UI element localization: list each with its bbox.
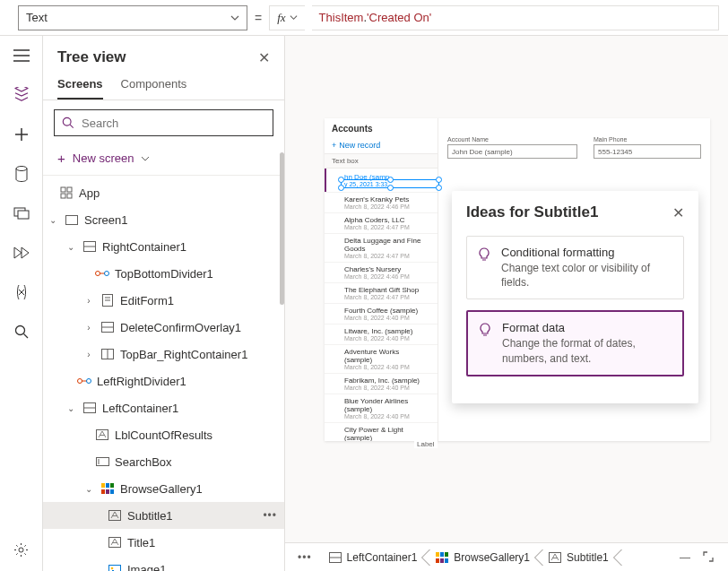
more-icon[interactable]: ••• [263,509,277,522]
list-item[interactable]: Karen's Kranky PetsMarch 8, 2022 4:46 PM [325,193,438,213]
search-icon[interactable] [13,323,30,341]
tree-item-leftcontainer[interactable]: ⌄ LeftContainer1 [43,394,284,421]
tree-item-label: LeftRightDivider1 [97,375,277,388]
tree-item-browsegallery[interactable]: ⌄ BrowseGallery1 [43,475,284,502]
search-input[interactable] [54,109,273,136]
svg-point-3 [15,326,24,335]
accountname-input[interactable]: John Doe (sample) [447,144,577,159]
list-item[interactable]: Delta Luggage and Fine GoodsMarch 8, 202… [325,234,438,263]
chevron-down-icon[interactable]: ⌄ [82,484,95,494]
list-item[interactable]: hn Doe (sampy 25, 2021 3:33 [325,169,438,193]
tree-view-icon[interactable] [13,86,30,104]
minimize-icon[interactable]: — [680,551,690,564]
field-label: Main Phone [594,136,701,143]
tree-item-deleteconfirm[interactable]: › DeleteConfirmOverlay1 [43,314,284,341]
container-icon [328,550,342,565]
close-icon[interactable]: ✕ [672,204,684,221]
breadcrumb-bar: ••• LeftContainer1 BrowseGallery1 Subtit… [285,542,728,571]
tree-tabs: Screens Components [43,72,284,100]
search-field[interactable] [82,117,265,130]
svg-rect-33 [106,489,109,494]
tree-item-topbar[interactable]: › TopBar_RightContainer1 [43,341,284,368]
tree-item-label: TopBottomDivider1 [115,267,277,281]
tree-item-searchbox[interactable]: SearchBox [43,448,284,475]
container-icon [82,401,97,415]
new-screen-button[interactable]: + New screen [43,145,284,176]
tab-screens[interactable]: Screens [57,72,103,99]
mainphone-input[interactable]: 555-12345 [594,144,701,159]
fx-dropdown[interactable]: fx [269,5,304,30]
svg-point-13 [96,272,100,276]
svg-rect-10 [66,215,78,224]
tree-item-label: App [79,186,277,200]
tree-item-image1[interactable]: Image1 [43,556,284,571]
new-record-button[interactable]: +New record [325,139,438,153]
idea-card-conditional[interactable]: Conditional formatting Change text color… [466,236,684,299]
insert-icon[interactable] [13,125,30,143]
list-item[interactable]: Alpha Coders, LLCMarch 8, 2022 4:47 PM [325,213,438,234]
tree-item-screen1[interactable]: ⌄ Screen1 [43,206,284,233]
breadcrumb-more[interactable]: ••• [290,551,319,564]
breadcrumb-label: Subtitle1 [567,551,609,564]
svg-point-23 [87,379,91,384]
svg-rect-30 [106,483,109,488]
data-icon[interactable] [13,165,30,183]
tree-item-label: Subtitle1 [127,509,257,523]
label-icon [95,428,109,442]
list-item[interactable]: Adventure Works (sample)March 8, 2022 4:… [325,345,438,374]
breadcrumb-item[interactable]: BrowseGallery1 [428,548,539,567]
idea-card-formatdata[interactable]: Format data Change the format of dates, … [466,310,684,376]
svg-rect-44 [436,558,439,563]
list-item[interactable]: Fabrikam, Inc. (sample)March 8, 2022 4:4… [325,374,438,394]
chevron-down-icon[interactable]: ⌄ [65,403,77,413]
tree-item-label: TopBar_RightContainer1 [120,348,277,361]
power-automate-icon[interactable] [13,244,30,262]
formula-input[interactable]: ThisItem.'Created On' [312,5,719,30]
chevron-down-icon [290,13,298,22]
idea-title: Conditional formatting [501,246,672,259]
chevron-right-icon[interactable]: › [82,350,95,359]
hamburger-icon[interactable] [13,47,30,65]
breadcrumb-item[interactable]: LeftContainer1 [321,548,427,567]
variables-icon[interactable] [13,283,30,301]
tree-item-lblcount[interactable]: LblCountOfResults [43,421,284,448]
chevron-right-icon[interactable]: › [82,323,95,333]
tree-item-subtitle1[interactable]: Subtitle1 ••• [43,502,284,529]
gallery-icon [100,481,115,496]
expand-icon[interactable] [703,551,714,564]
settings-icon[interactable] [13,541,30,558]
property-dropdown[interactable]: Text [18,5,247,30]
media-icon[interactable] [13,204,30,222]
lightbulb-icon [478,247,492,262]
list-item[interactable]: The Elephant Gift ShopMarch 8, 2022 4:47… [325,283,438,304]
canvas[interactable]: Accounts +New record Text box hn Doe (sa… [285,36,728,571]
tree-item-title1[interactable]: Title1 [43,529,284,556]
tree-item-app[interactable]: App [43,179,284,206]
tab-components[interactable]: Components [121,72,187,99]
tree-item-label: RightContainer1 [102,240,277,254]
chevron-down-icon[interactable]: ⌄ [47,215,59,225]
chevron-down-icon[interactable]: ⌄ [65,242,77,252]
list-item[interactable]: City Power & Light (sample)March 8, 2022… [325,423,438,441]
list-item[interactable]: Charles's NurseryMarch 8, 2022 4:46 PM [325,263,438,283]
left-rail [0,36,43,571]
tree-item-topbottomdiv[interactable]: TopBottomDivider1 [43,260,284,287]
breadcrumb-item[interactable]: Subtitle1 [541,548,618,567]
tree-item-rightcontainer[interactable]: ⌄ RightContainer1 [43,233,284,260]
svg-point-4 [19,548,23,552]
list-item[interactable]: Blue Yonder Airlines (sample)March 8, 20… [325,394,438,423]
list-item[interactable]: Fourth Coffee (sample)March 8, 2022 4:40… [325,304,438,324]
chevron-right-icon[interactable]: › [82,296,95,306]
svg-rect-32 [101,489,105,494]
tree-item-leftrightdiv[interactable]: LeftRightDivider1 [43,368,284,394]
tree-item-editform[interactable]: › EditForm1 [43,287,284,314]
svg-rect-41 [436,552,439,557]
list-item[interactable]: Litware, Inc. (sample)March 8, 2022 4:40… [325,324,438,345]
scrollbar-thumb[interactable] [280,152,284,305]
close-icon[interactable]: ✕ [258,49,270,66]
divider-icon [95,266,109,281]
svg-rect-7 [67,187,72,192]
textinput-icon [95,454,109,469]
svg-point-14 [105,272,109,276]
svg-rect-29 [101,483,105,488]
